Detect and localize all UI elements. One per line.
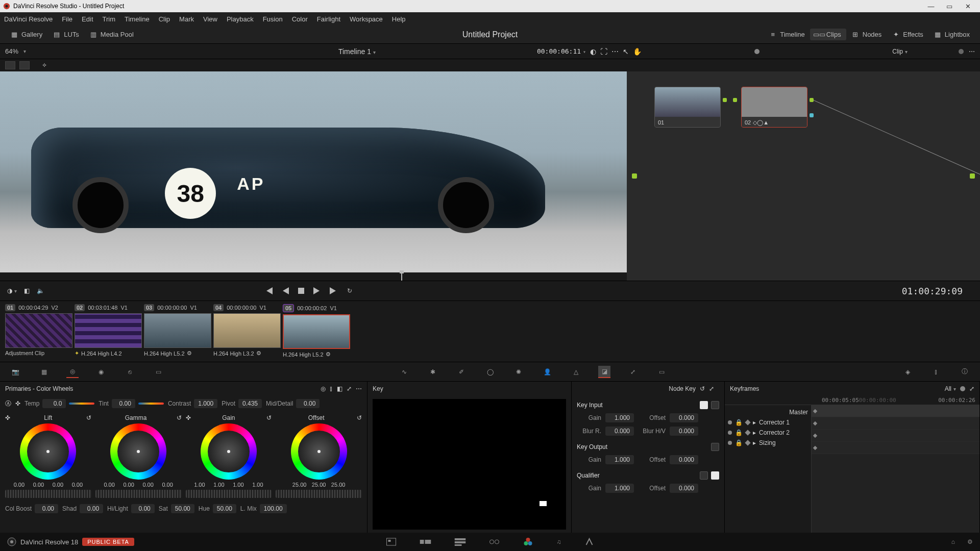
keyframe-dot-icon[interactable] xyxy=(813,446,817,450)
window-maximize-button[interactable]: ▭ xyxy=(940,3,959,10)
deliver-page-button[interactable] xyxy=(585,537,594,546)
node-connector[interactable] xyxy=(723,98,727,102)
fusion-page-button[interactable] xyxy=(489,538,500,546)
gain-color-wheel[interactable] xyxy=(201,423,257,480)
viewer-timecode[interactable]: 00:00:06:11 xyxy=(537,47,586,55)
curves-tab-icon[interactable]: ∿ xyxy=(398,366,410,378)
primaries-expand-icon[interactable]: ⤢ xyxy=(347,385,352,392)
menu-fairlight[interactable]: Fairlight xyxy=(317,15,340,23)
key-expand-icon[interactable]: ⤢ xyxy=(709,385,714,392)
key-tab-icon[interactable]: ◪ xyxy=(598,366,610,378)
tracker-tab-icon[interactable]: ✺ xyxy=(512,366,525,378)
temp-slider[interactable] xyxy=(69,403,94,405)
temp-value[interactable]: 0.0 xyxy=(42,399,66,408)
camera-raw-tab-icon[interactable]: 📷 xyxy=(9,366,21,378)
clip-thumb-03[interactable]: 0300:00:00:00V1 H.264 High L5.2⚙ xyxy=(144,304,211,359)
node-zoom-dot[interactable] xyxy=(754,49,760,54)
playhead-icon[interactable] xyxy=(401,272,402,281)
node-01[interactable]: 01 xyxy=(654,87,721,128)
menu-trim[interactable]: Trim xyxy=(103,15,116,23)
tint-value[interactable]: 0.00 xyxy=(112,399,135,408)
kf-keyframe-icon[interactable] xyxy=(745,440,750,445)
kf-lock-icon[interactable]: 🔒 xyxy=(735,429,743,436)
color-page-button[interactable] xyxy=(523,537,533,547)
qualifier-invert-matte-icon[interactable] xyxy=(700,471,708,480)
pick-white-icon[interactable]: ✜ xyxy=(15,400,20,407)
keyframes-all-dropdown[interactable]: All xyxy=(945,385,956,392)
clip-thumb-02[interactable]: 0200:03:01:48V1 ✦H.264 High L4.2 xyxy=(75,304,142,359)
key-input-offset-value[interactable]: 0.000 xyxy=(670,413,698,422)
lightbox-button[interactable]: ▦Lightbox xyxy=(928,29,975,40)
menu-file[interactable]: File xyxy=(62,15,72,23)
clip-settings-icon[interactable]: ⚙ xyxy=(326,351,331,358)
clip-settings-icon[interactable]: ⚙ xyxy=(256,350,261,357)
pointer-tool-icon[interactable]: ↖ xyxy=(623,47,629,56)
view-mode-b-button[interactable] xyxy=(19,61,30,69)
key-preview-canvas[interactable] xyxy=(373,399,566,530)
menu-playback[interactable]: Playback xyxy=(227,15,254,23)
menu-mark[interactable]: Mark xyxy=(179,15,194,23)
key-output-invert-icon[interactable] xyxy=(711,443,719,451)
sizing-tab-icon[interactable]: ⤢ xyxy=(627,366,639,378)
offset-color-wheel[interactable] xyxy=(291,423,347,480)
clip-settings-icon[interactable]: ⚙ xyxy=(187,350,192,357)
primaries-reset-icon[interactable]: ◎ xyxy=(321,385,326,392)
motion-effects-tab-icon[interactable]: ▭ xyxy=(152,366,164,378)
qualifier-invert-key-icon[interactable] xyxy=(711,471,719,480)
clip-thumb-01[interactable]: 0100:00:04:29V2 Adjustment Clip xyxy=(5,304,72,359)
key-input-blurhv-value[interactable]: 0.000 xyxy=(670,427,698,436)
window-minimize-button[interactable]: — xyxy=(922,3,940,10)
lmix-value[interactable]: 100.00 xyxy=(260,504,287,513)
color-warper-tab-icon[interactable]: ✱ xyxy=(427,366,439,378)
menu-view[interactable]: View xyxy=(203,15,217,23)
shad-value[interactable]: 0.00 xyxy=(80,504,103,513)
window-close-button[interactable]: ✕ xyxy=(959,3,977,10)
node-connector[interactable] xyxy=(733,98,737,102)
nodes-toggle-button[interactable]: ⊞Nodes xyxy=(846,29,887,40)
hilight-value[interactable]: 0.00 xyxy=(131,504,155,513)
3d-tab-icon[interactable]: ▭ xyxy=(655,366,668,378)
node-input-dot[interactable] xyxy=(632,173,637,179)
menu-edit[interactable]: Edit xyxy=(82,15,93,23)
key-input-gain-value[interactable]: 1.000 xyxy=(605,413,634,422)
mid-detail-value[interactable]: 0.00 xyxy=(296,399,320,408)
viewer-mode-picker-icon[interactable]: ◑ xyxy=(7,287,17,294)
node-02[interactable]: 02◇◯▲ xyxy=(741,87,807,128)
wheel-center-icon[interactable] xyxy=(137,450,140,453)
lift-color-wheel[interactable] xyxy=(20,423,76,480)
gamma-color-wheel[interactable] xyxy=(110,423,166,480)
keyframes-expand-icon[interactable]: ⤢ xyxy=(969,385,974,392)
gamma-jog-wheel[interactable] xyxy=(95,490,182,498)
kf-enable-dot-icon[interactable] xyxy=(728,441,732,445)
keyframes-zoom-dot[interactable] xyxy=(960,386,965,391)
kf-lock-icon[interactable]: 🔒 xyxy=(735,419,743,426)
home-button[interactable]: ⌂ xyxy=(951,538,955,545)
color-checker-tab-icon[interactable]: ▦ xyxy=(38,366,50,378)
clip-thumb-05[interactable]: 0500:00:00:02V1 H.264 High L5.2⚙ xyxy=(283,304,350,359)
key-output-gain-value[interactable]: 1.000 xyxy=(605,455,634,464)
menu-help[interactable]: Help xyxy=(392,15,406,23)
project-settings-button[interactable]: ⚙ xyxy=(967,538,973,545)
menu-color[interactable]: Color xyxy=(292,15,308,23)
keyframes-master-row[interactable]: Master xyxy=(728,407,808,417)
luts-button[interactable]: ▤LUTs xyxy=(47,29,84,40)
lift-picker-icon[interactable]: ✜ xyxy=(5,414,10,421)
key-input-invert-key-icon[interactable] xyxy=(711,401,719,409)
info-icon[interactable]: ⓘ xyxy=(959,366,971,378)
clips-toggle-button[interactable]: ▭▭Clips xyxy=(810,29,846,40)
blur-tab-icon[interactable]: △ xyxy=(570,366,582,378)
edit-page-button[interactable] xyxy=(455,538,466,546)
record-timecode[interactable]: 01:00:29:09 xyxy=(902,286,963,296)
menu-timeline[interactable]: Timeline xyxy=(125,15,150,23)
menu-clip[interactable]: Clip xyxy=(159,15,170,23)
loop-button[interactable]: ↻ xyxy=(347,287,352,294)
qualifier-tab-icon[interactable]: ✐ xyxy=(455,366,468,378)
primaries-log-icon[interactable]: ◧ xyxy=(337,385,342,392)
timeline-toggle-button[interactable]: ≡Timeline xyxy=(764,29,810,40)
keyframe-dot-icon[interactable] xyxy=(813,421,817,425)
split-screen-icon[interactable]: ◧ xyxy=(24,287,30,294)
kf-enable-dot-icon[interactable] xyxy=(728,431,732,435)
qualifier-gain-value[interactable]: 1.000 xyxy=(605,484,634,493)
primaries-bars-icon[interactable]: ⫿ xyxy=(330,385,333,392)
lift-reset-icon[interactable]: ↺ xyxy=(86,414,91,421)
